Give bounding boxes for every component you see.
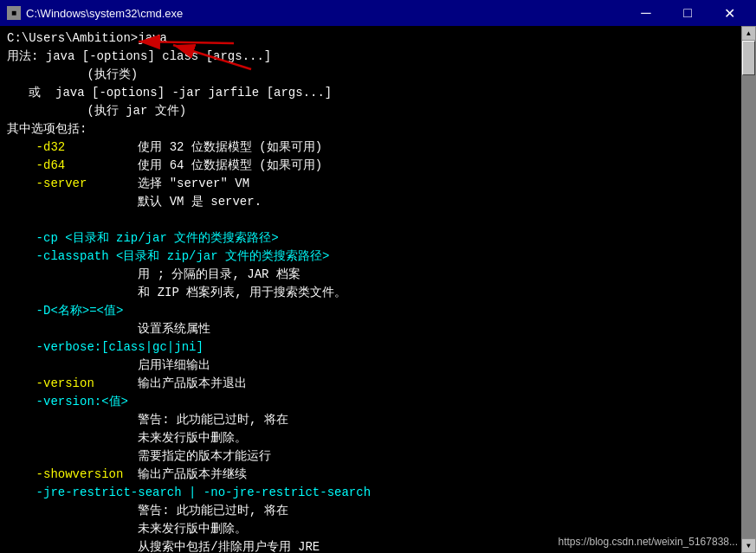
terminal-line: 默认 VM 是 server. <box>7 193 734 211</box>
terminal-line: -d64 使用 64 位数据模型 (如果可用) <box>7 157 734 175</box>
terminal-line: -classpath <目录和 zip/jar 文件的类搜索路径> <box>7 248 734 266</box>
terminal-line: C:\Users\Ambition>java <box>7 29 734 48</box>
terminal-line: 需要指定的版本才能运行 <box>7 447 734 466</box>
terminal-line: -version:<值> <box>7 393 734 411</box>
titlebar-left: ■ C:\Windows\system32\cmd.exe <box>7 6 183 20</box>
terminal-line: 或 java [-options] -jar jarfile [args...] <box>7 84 734 102</box>
app-icon: ■ <box>7 6 21 20</box>
watermark: https://blog.csdn.net/weixin_5167838... <box>559 534 738 550</box>
terminal-line: 设置系统属性 <box>7 320 734 338</box>
terminal-line: 用法: java [-options] class [args...] <box>7 48 734 66</box>
scroll-up-button[interactable]: ▲ <box>741 26 756 41</box>
terminal-line: 警告: 此功能已过时, 将在 <box>7 502 734 520</box>
scroll-track[interactable] <box>741 41 756 538</box>
titlebar: ■ C:\Windows\system32\cmd.exe ─ □ ✕ <box>0 0 756 26</box>
terminal-line: 未来发行版中删除。 <box>7 429 734 447</box>
terminal-line: (执行类) <box>7 66 734 84</box>
terminal-line: 警告: 此功能已过时, 将在 <box>7 411 734 429</box>
terminal-output[interactable]: C:\Users\Ambition>java 用法: java [-option… <box>0 26 741 553</box>
content-area: C:\Users\Ambition>java 用法: java [-option… <box>0 26 756 553</box>
window-controls: ─ □ ✕ <box>626 0 749 26</box>
terminal-line <box>7 211 734 229</box>
terminal-line: -version 输出产品版本并退出 <box>7 375 734 393</box>
minimize-button[interactable]: ─ <box>626 0 666 26</box>
maximize-button[interactable]: □ <box>668 0 708 26</box>
terminal-line: -server 选择 "server" VM <box>7 175 734 193</box>
terminal-line: -d32 使用 32 位数据模型 (如果可用) <box>7 138 734 157</box>
scroll-down-button[interactable]: ▼ <box>741 538 756 553</box>
terminal-line: -cp <目录和 zip/jar 文件的类搜索路径> <box>7 229 734 248</box>
terminal-line: (执行 jar 文件) <box>7 102 734 120</box>
scrollbar[interactable]: ▲ ▼ <box>741 26 756 553</box>
window-title: C:\Windows\system32\cmd.exe <box>26 7 183 20</box>
terminal-line: -D<名称>=<值> <box>7 302 734 320</box>
terminal-line: -showversion 输出产品版本并继续 <box>7 466 734 484</box>
close-button[interactable]: ✕ <box>709 0 749 26</box>
cmd-window: ■ C:\Windows\system32\cmd.exe ─ □ ✕ C:\U… <box>0 0 756 553</box>
terminal-line: 用 ; 分隔的目录, JAR 档案 <box>7 266 734 284</box>
terminal-line: 其中选项包括: <box>7 120 734 138</box>
terminal-line: -verbose:[class|gc|jni] <box>7 338 734 357</box>
terminal-line: -jre-restrict-search | -no-jre-restrict-… <box>7 484 734 502</box>
terminal-line: 和 ZIP 档案列表, 用于搜索类文件。 <box>7 284 734 302</box>
scroll-thumb[interactable] <box>742 41 755 75</box>
terminal-line: 启用详细输出 <box>7 357 734 375</box>
